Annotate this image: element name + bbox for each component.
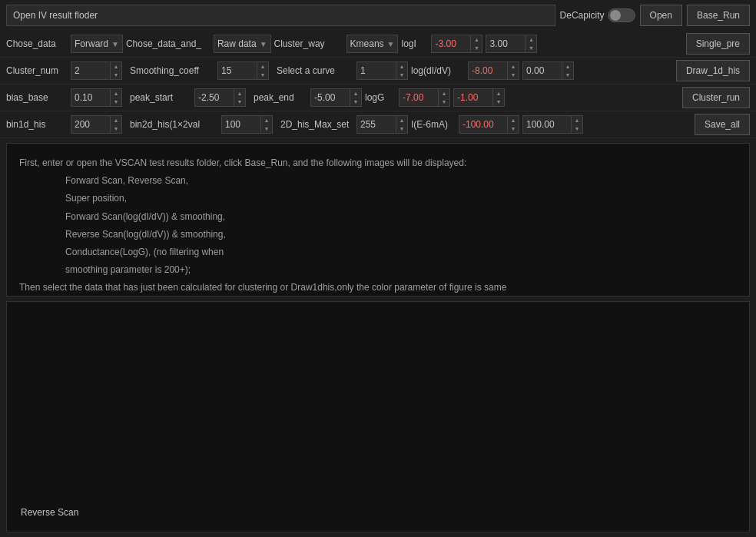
his2d-up[interactable]: ▲: [396, 116, 407, 124]
bias-base-input[interactable]: [71, 92, 110, 103]
single-pre-button[interactable]: Single_pre: [686, 33, 750, 55]
logg-min-spinbox[interactable]: ▲ ▼: [399, 88, 450, 107]
peak-end-down[interactable]: ▼: [350, 98, 361, 106]
peak-end-input[interactable]: [311, 92, 350, 103]
smoothing-coeff-down[interactable]: ▼: [257, 71, 268, 79]
logg-max-spinbox[interactable]: ▲ ▼: [453, 88, 505, 107]
ie6ma-min-down[interactable]: ▼: [508, 124, 519, 133]
peak-end-up[interactable]: ▲: [350, 89, 361, 98]
logg-min-up[interactable]: ▲: [439, 89, 449, 98]
logg-min-down[interactable]: ▼: [439, 98, 449, 106]
ie6ma-min-input[interactable]: [459, 119, 507, 130]
his2d-down[interactable]: ▼: [396, 124, 407, 133]
cluster-run-button[interactable]: Cluster_run: [682, 87, 750, 108]
log-div-min-up[interactable]: ▲: [508, 62, 519, 71]
bin1d-down[interactable]: ▼: [111, 124, 121, 133]
select-curve-arrows[interactable]: ▲ ▼: [396, 62, 407, 79]
logl-max-up[interactable]: ▲: [526, 35, 536, 44]
ie6ma-max-down[interactable]: ▼: [572, 124, 582, 133]
kmeans-arrow-icon: ▼: [387, 40, 395, 48]
toggle-knob: [610, 10, 621, 21]
bin2d-spinbox[interactable]: ▲ ▼: [221, 115, 273, 134]
log-div-min-down[interactable]: ▼: [508, 71, 519, 79]
his2d-arrows[interactable]: ▲ ▼: [396, 116, 407, 133]
logl-min-spinbox[interactable]: ▲ ▼: [431, 35, 482, 53]
peak-start-up[interactable]: ▲: [234, 89, 245, 98]
cluster-num-input[interactable]: [71, 65, 110, 76]
open-button[interactable]: Open: [640, 5, 682, 26]
bin1d-spinbox[interactable]: ▲ ▼: [71, 115, 122, 134]
cluster-num-arrows[interactable]: ▲ ▼: [110, 62, 121, 79]
smoothing-coeff-up[interactable]: ▲: [257, 62, 268, 71]
bin2d-arrows[interactable]: ▲ ▼: [260, 116, 272, 133]
bin2d-down[interactable]: ▼: [261, 124, 272, 133]
bin2d-input[interactable]: [222, 119, 260, 130]
control-row-3: bias_base ▲ ▼ peak_start ▲ ▼ peak_end ▲ …: [0, 85, 756, 111]
peak-start-down[interactable]: ▼: [234, 98, 245, 106]
logl-min-input[interactable]: [432, 38, 470, 49]
bin1d-input[interactable]: [71, 119, 110, 130]
log-div-max-down[interactable]: ▼: [562, 71, 573, 79]
smoothing-coeff-input[interactable]: [218, 65, 257, 76]
peak-end-spinbox[interactable]: ▲ ▼: [310, 88, 362, 107]
peak-start-label: peak_start: [130, 92, 191, 103]
peak-start-input[interactable]: [195, 92, 234, 103]
bin1d-arrows[interactable]: ▲ ▼: [110, 116, 121, 133]
base-run-button[interactable]: Base_Run: [687, 5, 750, 26]
bias-base-down[interactable]: ▼: [111, 98, 121, 106]
logl-max-input[interactable]: [486, 38, 525, 49]
his2d-input[interactable]: [357, 119, 396, 130]
smoothing-coeff-spinbox[interactable]: ▲ ▼: [217, 61, 269, 80]
bias-base-up[interactable]: ▲: [111, 89, 121, 98]
decapicity-toggle[interactable]: [608, 8, 635, 22]
cluster-num-up[interactable]: ▲: [111, 62, 121, 71]
save-all-button[interactable]: Save_all: [695, 114, 750, 135]
log-div-min-arrows[interactable]: ▲ ▼: [507, 62, 519, 79]
chose-data-select[interactable]: Forward ▼: [71, 35, 123, 53]
bin2d-up[interactable]: ▲: [261, 116, 272, 124]
log-div-min-input[interactable]: [469, 65, 507, 76]
logg-max-input[interactable]: [454, 92, 492, 103]
logl-min-down[interactable]: ▼: [471, 44, 482, 52]
folder-input[interactable]: [6, 5, 555, 26]
kmeans-select[interactable]: Kmeans ▼: [346, 35, 399, 53]
cluster-num-down[interactable]: ▼: [111, 71, 121, 79]
select-curve-spinbox[interactable]: ▲ ▼: [356, 61, 408, 80]
logg-min-input[interactable]: [400, 92, 438, 103]
his2d-spinbox[interactable]: ▲ ▼: [356, 115, 408, 134]
ie6ma-min-up[interactable]: ▲: [508, 116, 519, 124]
peak-start-spinbox[interactable]: ▲ ▼: [194, 88, 246, 107]
select-curve-up[interactable]: ▲: [396, 62, 407, 71]
select-curve-input[interactable]: [357, 65, 396, 76]
select-curve-down[interactable]: ▼: [396, 71, 407, 79]
bias-base-arrows[interactable]: ▲ ▼: [110, 89, 121, 106]
logg-max-arrows[interactable]: ▲ ▼: [492, 89, 504, 106]
ie6ma-max-up[interactable]: ▲: [572, 116, 582, 124]
logg-max-down[interactable]: ▼: [493, 98, 504, 106]
logl-min-up[interactable]: ▲: [471, 35, 482, 44]
logg-min-arrows[interactable]: ▲ ▼: [438, 89, 449, 106]
bias-base-spinbox[interactable]: ▲ ▼: [71, 88, 122, 107]
log-div-max-spinbox[interactable]: ▲ ▼: [522, 61, 574, 80]
draw-1d-button[interactable]: Draw_1d_his: [676, 60, 750, 81]
ie6ma-max-spinbox[interactable]: ▲ ▼: [522, 115, 583, 134]
peak-start-arrows[interactable]: ▲ ▼: [234, 89, 245, 106]
log-div-max-input[interactable]: [523, 65, 562, 76]
ie6ma-max-arrows[interactable]: ▲ ▼: [571, 116, 582, 133]
log-div-min-spinbox[interactable]: ▲ ▼: [468, 61, 519, 80]
ie6ma-max-input[interactable]: [523, 119, 571, 130]
log-div-max-arrows[interactable]: ▲ ▼: [562, 62, 573, 79]
cluster-num-spinbox[interactable]: ▲ ▼: [71, 61, 122, 80]
logg-max-up[interactable]: ▲: [493, 89, 504, 98]
ie6ma-min-spinbox[interactable]: ▲ ▼: [459, 115, 519, 134]
peak-end-arrows[interactable]: ▲ ▼: [350, 89, 361, 106]
raw-data-select[interactable]: Raw data ▼: [214, 35, 271, 53]
logl-min-arrows[interactable]: ▲ ▼: [470, 35, 482, 52]
logl-max-spinbox[interactable]: ▲ ▼: [486, 35, 537, 53]
smoothing-coeff-arrows[interactable]: ▲ ▼: [257, 62, 268, 79]
bin1d-up[interactable]: ▲: [111, 116, 121, 124]
log-div-max-up[interactable]: ▲: [562, 62, 573, 71]
ie6ma-min-arrows[interactable]: ▲ ▼: [507, 116, 519, 133]
logl-max-arrows[interactable]: ▲ ▼: [525, 35, 536, 52]
logl-max-down[interactable]: ▼: [526, 44, 536, 52]
